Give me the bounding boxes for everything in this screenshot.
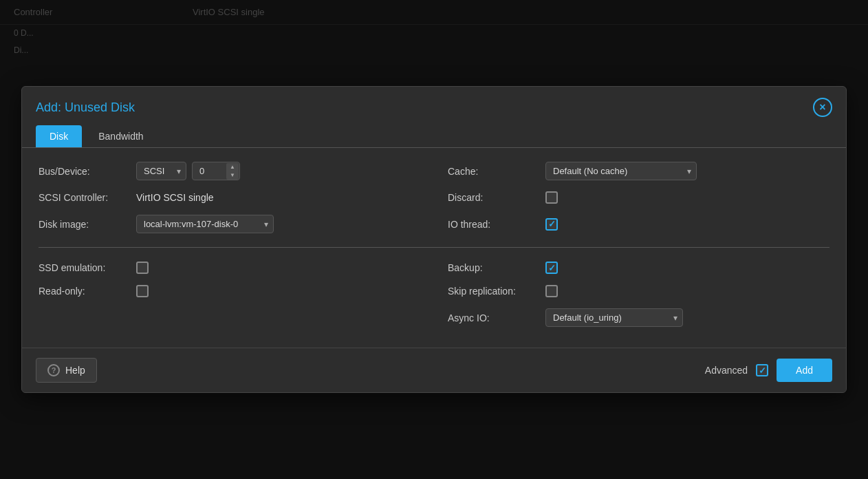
add-unused-disk-dialog: Add: Unused Disk × Disk Bandwidth Bus/De…	[21, 86, 847, 393]
skip-replication-label: Skip replication:	[448, 286, 537, 297]
cache-select[interactable]: Default (No cache) Direct sync Write bac…	[545, 162, 697, 180]
skip-replication-row: Skip replication:	[448, 285, 829, 297]
io-thread-label: IO thread:	[448, 219, 537, 230]
form-section-2: SSD emulation: Backup: Read-only: Skip r…	[39, 262, 829, 327]
backup-row: Backup:	[448, 262, 829, 274]
help-label: Help	[65, 365, 85, 376]
cache-row: Cache: Default (No cache) Direct sync Wr…	[448, 162, 829, 180]
tab-bandwidth[interactable]: Bandwidth	[85, 125, 157, 147]
bus-device-inputs: SCSI IDE SATA VirtIO ▲ ▼	[136, 162, 240, 180]
backup-label: Backup:	[448, 262, 537, 273]
tab-disk[interactable]: Disk	[36, 125, 82, 147]
bus-select[interactable]: SCSI IDE SATA VirtIO	[136, 162, 186, 180]
ssd-emulation-checkbox[interactable]	[136, 262, 149, 274]
cache-select-wrapper: Default (No cache) Direct sync Write bac…	[545, 162, 697, 180]
cache-label: Cache:	[448, 166, 537, 177]
advanced-label: Advanced	[705, 365, 748, 376]
close-button[interactable]: ×	[813, 98, 832, 117]
async-io-label: Async IO:	[448, 312, 537, 323]
disk-image-select-wrapper: local-lvm:vm-107-disk-0	[136, 215, 274, 233]
read-only-checkbox[interactable]	[136, 285, 149, 297]
empty-left	[39, 308, 420, 327]
io-thread-checkbox[interactable]	[545, 218, 558, 231]
discard-row: Discard:	[448, 191, 829, 204]
scsi-controller-value: VirtIO SCSI single	[136, 192, 214, 203]
help-button[interactable]: ? Help	[36, 358, 97, 383]
form-section-1: Bus/Device: SCSI IDE SATA VirtIO ▲	[39, 162, 829, 248]
scsi-controller-label: SCSI Controller:	[39, 192, 128, 203]
device-number-wrapper: ▲ ▼	[192, 162, 240, 180]
discard-label: Discard:	[448, 192, 537, 203]
async-io-select[interactable]: Default (io_uring) io_uring native threa…	[545, 308, 683, 327]
footer-right: Advanced Add	[705, 359, 832, 382]
skip-replication-checkbox[interactable]	[545, 285, 558, 297]
tab-bar: Disk Bandwidth	[22, 125, 846, 148]
ssd-emulation-row: SSD emulation:	[39, 262, 420, 274]
spinner-down[interactable]: ▼	[226, 171, 239, 180]
device-spinners: ▲ ▼	[226, 163, 239, 180]
read-only-label: Read-only:	[39, 286, 128, 297]
bus-select-wrapper: SCSI IDE SATA VirtIO	[136, 162, 186, 180]
dialog-content: Bus/Device: SCSI IDE SATA VirtIO ▲	[22, 148, 846, 341]
bus-device-label: Bus/Device:	[39, 166, 128, 177]
discard-checkbox[interactable]	[545, 191, 558, 204]
async-io-row: Async IO: Default (io_uring) io_uring na…	[448, 308, 829, 327]
spinner-up[interactable]: ▲	[226, 163, 239, 171]
add-button[interactable]: Add	[777, 359, 832, 382]
dialog-title: Add: Unused Disk	[36, 100, 135, 115]
disk-image-row: Disk image: local-lvm:vm-107-disk-0	[39, 215, 420, 233]
bus-device-row: Bus/Device: SCSI IDE SATA VirtIO ▲	[39, 162, 420, 180]
read-only-row: Read-only:	[39, 285, 420, 297]
dialog-header: Add: Unused Disk ×	[22, 87, 846, 125]
disk-image-label: Disk image:	[39, 219, 128, 230]
async-io-select-wrapper: Default (io_uring) io_uring native threa…	[545, 308, 683, 327]
disk-image-select[interactable]: local-lvm:vm-107-disk-0	[136, 215, 274, 233]
help-icon: ?	[47, 364, 60, 376]
dialog-footer: ? Help Advanced Add	[22, 348, 846, 392]
backup-checkbox[interactable]	[545, 262, 558, 274]
advanced-checkbox[interactable]	[756, 364, 768, 376]
ssd-emulation-label: SSD emulation:	[39, 262, 128, 273]
io-thread-row: IO thread:	[448, 215, 829, 233]
scsi-controller-row: SCSI Controller: VirtIO SCSI single	[39, 191, 420, 204]
